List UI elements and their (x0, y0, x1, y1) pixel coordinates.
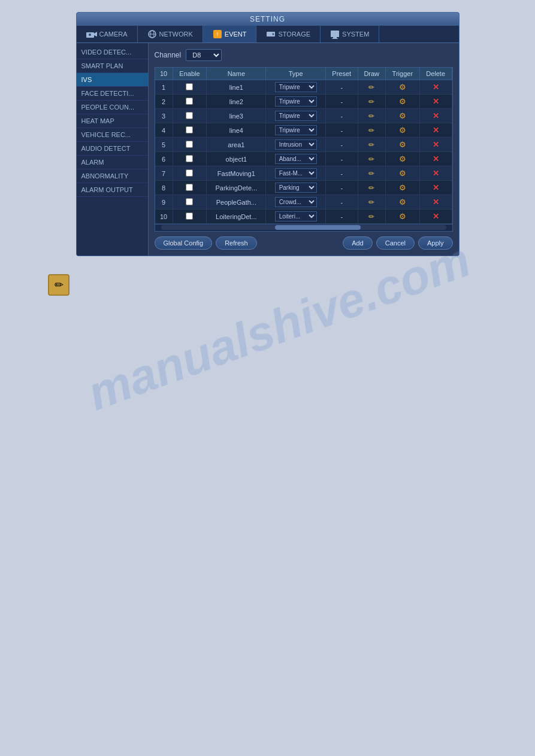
type-select[interactable]: Tripwire (275, 82, 317, 92)
type-select[interactable]: Tripwire (275, 111, 317, 121)
cell-type[interactable]: Intrusion (266, 138, 325, 152)
enable-checkbox[interactable] (186, 98, 193, 105)
trigger-gear-icon[interactable]: ⚙ (399, 97, 406, 106)
cell-delete[interactable]: ✕ (419, 166, 452, 181)
draw-pencil-icon[interactable]: ✏ (368, 141, 374, 149)
cell-trigger[interactable]: ⚙ (385, 80, 419, 95)
delete-x-icon[interactable]: ✕ (433, 97, 439, 106)
delete-x-icon[interactable]: ✕ (433, 169, 439, 178)
cell-delete[interactable]: ✕ (419, 138, 452, 152)
cell-draw[interactable]: ✏ (358, 181, 385, 195)
cell-delete[interactable]: ✕ (419, 181, 452, 195)
sidebar-item-smart-plan[interactable]: SMART PLAN (77, 59, 148, 73)
cell-trigger[interactable]: ⚙ (385, 195, 419, 210)
type-select[interactable]: Tripwire (275, 125, 317, 135)
cell-draw[interactable]: ✏ (358, 152, 385, 166)
tab-storage[interactable]: STORAGE (256, 26, 321, 42)
cell-enable[interactable] (173, 123, 207, 138)
type-select[interactable]: Loiteri... (275, 211, 317, 221)
cell-draw[interactable]: ✏ (358, 95, 385, 109)
cell-type[interactable]: Tripwire (266, 80, 325, 95)
cell-type[interactable]: Tripwire (266, 123, 325, 138)
cell-delete[interactable]: ✕ (419, 210, 452, 224)
cell-trigger[interactable]: ⚙ (385, 152, 419, 166)
type-select[interactable]: Fast-M... (275, 168, 317, 178)
cell-draw[interactable]: ✏ (358, 109, 385, 123)
trigger-gear-icon[interactable]: ⚙ (399, 111, 406, 120)
cell-delete[interactable]: ✕ (419, 123, 452, 138)
cell-type[interactable]: Loiteri... (266, 210, 325, 224)
cell-type[interactable]: Tripwire (266, 95, 325, 109)
cell-draw[interactable]: ✏ (358, 166, 385, 181)
sidebar-item-audio-detect[interactable]: AUDIO DETECT (77, 142, 148, 156)
enable-checkbox[interactable] (186, 155, 193, 162)
draw-pencil-icon[interactable]: ✏ (368, 169, 374, 178)
scrollbar-thumb[interactable] (275, 225, 361, 230)
enable-checkbox[interactable] (186, 141, 193, 148)
trigger-gear-icon[interactable]: ⚙ (399, 126, 406, 135)
cell-enable[interactable] (173, 109, 207, 123)
enable-checkbox[interactable] (186, 126, 193, 133)
sidebar-item-alarm[interactable]: ALARM (77, 156, 148, 169)
cell-draw[interactable]: ✏ (358, 138, 385, 152)
cell-enable[interactable] (173, 166, 207, 181)
draw-pencil-icon[interactable]: ✏ (368, 198, 374, 207)
enable-checkbox[interactable] (186, 83, 193, 90)
cell-trigger[interactable]: ⚙ (385, 123, 419, 138)
cell-type[interactable]: Aband... (266, 152, 325, 166)
cell-enable[interactable] (173, 181, 207, 195)
delete-x-icon[interactable]: ✕ (433, 140, 439, 149)
trigger-gear-icon[interactable]: ⚙ (399, 169, 406, 178)
trigger-gear-icon[interactable]: ⚙ (399, 183, 406, 192)
cell-delete[interactable]: ✕ (419, 109, 452, 123)
apply-button[interactable]: Apply (418, 236, 453, 250)
cell-delete[interactable]: ✕ (419, 195, 452, 210)
enable-checkbox[interactable] (186, 184, 193, 191)
draw-pencil-icon[interactable]: ✏ (368, 184, 374, 192)
pencil-icon[interactable]: ✏ (48, 274, 69, 296)
tab-network[interactable]: NETWORK (138, 26, 203, 42)
trigger-gear-icon[interactable]: ⚙ (399, 154, 406, 163)
cell-type[interactable]: Parking (266, 181, 325, 195)
cell-draw[interactable]: ✏ (358, 80, 385, 95)
cancel-button[interactable]: Cancel (376, 236, 415, 250)
global-config-button[interactable]: Global Config (155, 236, 213, 250)
cell-trigger[interactable]: ⚙ (385, 95, 419, 109)
draw-pencil-icon[interactable]: ✏ (368, 212, 374, 221)
trigger-gear-icon[interactable]: ⚙ (399, 140, 406, 149)
cell-trigger[interactable]: ⚙ (385, 138, 419, 152)
tab-camera[interactable]: CAMERA (77, 26, 138, 42)
sidebar-item-ivs[interactable]: IVS (77, 73, 148, 87)
tab-event[interactable]: ! EVENT (203, 26, 257, 42)
draw-pencil-icon[interactable]: ✏ (368, 126, 374, 135)
sidebar-item-people-coun[interactable]: PEOPLE COUN... (77, 101, 148, 114)
delete-x-icon[interactable]: ✕ (433, 198, 439, 207)
cell-delete[interactable]: ✕ (419, 95, 452, 109)
tab-system[interactable]: SYSTEM (321, 26, 379, 42)
cell-trigger[interactable]: ⚙ (385, 210, 419, 224)
cell-draw[interactable]: ✏ (358, 195, 385, 210)
sidebar-item-face-detecti[interactable]: FACE DETECTI... (77, 87, 148, 101)
cell-enable[interactable] (173, 80, 207, 95)
cell-type[interactable]: Fast-M... (266, 166, 325, 181)
cell-delete[interactable]: ✕ (419, 152, 452, 166)
delete-x-icon[interactable]: ✕ (433, 111, 439, 120)
cell-enable[interactable] (173, 95, 207, 109)
enable-checkbox[interactable] (186, 198, 193, 205)
type-select[interactable]: Intrusion (275, 139, 317, 150)
delete-x-icon[interactable]: ✕ (433, 83, 439, 92)
delete-x-icon[interactable]: ✕ (433, 212, 439, 221)
add-button[interactable]: Add (343, 236, 373, 250)
trigger-gear-icon[interactable]: ⚙ (399, 198, 406, 207)
cell-enable[interactable] (173, 195, 207, 210)
sidebar-item-abnormality[interactable]: ABNORMALITY (77, 169, 148, 183)
type-select[interactable]: Crowd... (275, 197, 317, 207)
cell-type[interactable]: Crowd... (266, 195, 325, 210)
trigger-gear-icon[interactable]: ⚙ (399, 83, 406, 92)
cell-enable[interactable] (173, 210, 207, 224)
cell-trigger[interactable]: ⚙ (385, 166, 419, 181)
channel-select[interactable]: D8 (186, 49, 222, 61)
type-select[interactable]: Tripwire (275, 96, 317, 107)
cell-type[interactable]: Tripwire (266, 109, 325, 123)
sidebar-item-heat-map[interactable]: HEAT MAP (77, 114, 148, 128)
